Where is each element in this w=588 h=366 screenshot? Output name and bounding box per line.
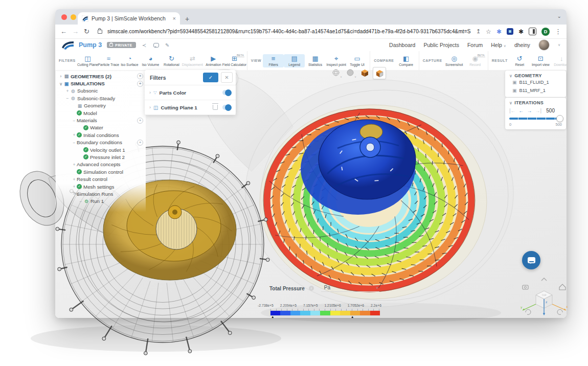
geometry-panel-header[interactable]: ∨ GEOMETRY (509, 73, 562, 78)
nav-forum[interactable]: Forum (467, 42, 483, 48)
privacy-badge[interactable]: PRIVATE (107, 42, 136, 48)
render-mode-surface-button[interactable]: ∨ (344, 67, 356, 78)
toolbar-item-filters[interactable]: ≡Filters (263, 54, 284, 67)
tree-item-geometries-2[interactable]: ›▤GEOMETRIES (2)+ (56, 73, 146, 80)
camera-view-icon[interactable] (523, 285, 528, 289)
toolbar-item-toggle-ui[interactable]: ▭Toggle UI (347, 54, 368, 67)
iterations-panel-header[interactable]: ∨ ITERATIONS (509, 100, 562, 105)
tree-item-pressure-inlet-2[interactable]: ✓Pressure inlet 2 (56, 153, 146, 161)
nav-help[interactable]: Help ∨ (491, 42, 506, 48)
bookmark-star-icon[interactable]: ☆ (486, 28, 491, 35)
toolbar-item-reset[interactable]: ↺Reset (509, 54, 530, 67)
expand-chevron-icon[interactable]: › (149, 90, 151, 95)
tree-item-run-1[interactable]: −⚙Run 1 (56, 198, 146, 205)
tree-expander-icon[interactable]: − (72, 118, 77, 123)
visibility-toggle[interactable] (222, 90, 231, 95)
browser-profile-avatar[interactable]: D (541, 28, 550, 36)
tree-expander-icon[interactable]: − (78, 199, 83, 204)
next-iteration-button[interactable]: → (527, 108, 532, 113)
https-lock-icon[interactable] (98, 30, 102, 34)
share-project-icon[interactable]: ≺ (142, 42, 146, 48)
tree-item-mesh-settings[interactable]: +✓Mesh settings (56, 183, 146, 190)
browser-tab[interactable]: Pump 3 | SimScale Workbench × (78, 12, 180, 25)
geometry-item-b11-mrf-1[interactable]: ▣B11_MRF_1 (509, 86, 562, 95)
extension-icon-3[interactable]: ✱ (518, 28, 524, 35)
toolbar-item-compare[interactable]: ◧Compare (396, 54, 417, 67)
tree-item-initial-conditions[interactable]: +✓Initial conditions (56, 131, 146, 139)
filters-close-button[interactable]: ✕ (221, 72, 233, 83)
iteration-slider[interactable] (509, 116, 562, 122)
tree-item-model[interactable]: ✓Model (56, 109, 146, 117)
tree-item-advanced-concepts[interactable]: +Advanced concepts (56, 161, 146, 168)
forward-icon[interactable]: → (72, 28, 79, 35)
toolbar-item-legend[interactable]: ▤Legend (284, 54, 305, 67)
tree-expander-icon[interactable]: ∨ (58, 81, 63, 86)
tree-item-simulations[interactable]: ∨▣SIMULATIONS+ (56, 80, 146, 87)
tree-expander-icon[interactable]: − (72, 191, 77, 196)
add-button[interactable]: + (137, 140, 143, 146)
render-mode-cut-button[interactable] (373, 67, 386, 79)
legend-range-marker-min[interactable]: ▲ (271, 315, 274, 318)
toolbar-item-animation[interactable]: ▶Animation (203, 54, 224, 67)
tree-item-subsonic-steady[interactable]: −◍Subsonic-Steady (56, 95, 146, 102)
tree-item-boundary-conditions[interactable]: −Boundary conditions+ (56, 139, 146, 146)
trash-icon[interactable] (213, 105, 218, 110)
close-window-button[interactable] (61, 14, 67, 20)
expand-chevron-icon[interactable]: › (149, 105, 151, 110)
share-page-icon[interactable]: ↥ (476, 28, 481, 35)
tree-item-materials[interactable]: −Materials+ (56, 117, 146, 124)
legend-unit-select[interactable]: Pa ∨ (321, 285, 379, 292)
filter-row-parts-color[interactable]: ›∵Parts Color (145, 85, 236, 100)
tree-expander-icon[interactable]: − (72, 140, 77, 145)
nav-public-projects[interactable]: Public Projects (423, 42, 459, 48)
home-view-icon[interactable] (559, 284, 566, 290)
support-chat-button[interactable] (522, 251, 540, 269)
tab-search-chevron-icon[interactable]: ⌄ (557, 13, 561, 19)
legend-color-bar[interactable] (270, 311, 380, 315)
back-icon[interactable]: ← (60, 28, 67, 35)
geometry-item-b11-fluid-1[interactable]: ▣B11_FLUID_1 (509, 78, 562, 86)
add-button[interactable]: + (137, 118, 143, 124)
rotate-right-icon[interactable] (557, 309, 562, 314)
filter-row-cutting-plane-1[interactable]: ›◫Cutting Plane 1 (145, 100, 236, 115)
sidebar-icon[interactable] (529, 28, 536, 35)
slider-handle[interactable] (556, 115, 563, 122)
toolbar-item-field-calculator[interactable]: BETA⊞Field Calculator (224, 54, 245, 67)
tree-expander-icon[interactable]: + (65, 88, 70, 94)
tree-expander-icon[interactable]: − (65, 96, 70, 101)
visibility-toggle[interactable] (222, 105, 231, 110)
tree-item-geometry[interactable]: ▦Geometry (56, 102, 146, 109)
comments-icon[interactable] (153, 43, 159, 48)
add-button[interactable]: + (137, 81, 143, 87)
tree-item-water[interactable]: ✓Water (56, 124, 146, 131)
filters-apply-button[interactable]: ✓ (203, 73, 218, 82)
extension-icon-1[interactable]: ✱ (496, 28, 502, 35)
slider-track[interactable] (509, 118, 562, 120)
edit-title-icon[interactable]: ✎ (165, 42, 169, 48)
reload-icon[interactable]: ↻ (84, 28, 89, 35)
extension-icon-2[interactable] (507, 28, 513, 35)
render-mode-solid-button[interactable] (358, 67, 371, 78)
tree-expander-icon[interactable]: + (72, 184, 77, 189)
url-text[interactable]: simscale.com/workbench/?pid=593448554258… (107, 29, 471, 34)
toolbar-item-iso-surface[interactable]: ◔Iso Surface (119, 54, 140, 67)
minimize-window-button[interactable] (71, 14, 76, 20)
info-icon[interactable]: i (309, 286, 314, 291)
tree-item-simulation-runs[interactable]: −Simulation Runs (56, 190, 146, 197)
tree-item-subsonic[interactable]: +◍Subsonic (56, 87, 146, 95)
user-avatar[interactable] (538, 39, 550, 51)
tree-expander-icon[interactable]: › (58, 74, 63, 79)
toolbar-item-iso-volume[interactable]: ◕Iso Volume (140, 54, 161, 67)
toolbar-item-particle-trace[interactable]: ≈Particle Trace (98, 54, 119, 67)
render-mode-wireframe-button[interactable]: ∨ (330, 67, 342, 78)
tree-item-result-control[interactable]: +Result control (56, 175, 146, 182)
tree-expander-icon[interactable]: + (72, 162, 77, 167)
user-menu-chevron-icon[interactable]: ∨ (558, 43, 560, 47)
last-iteration-button[interactable]: →| (535, 108, 542, 113)
nav-dashboard[interactable]: Dashboard (389, 42, 415, 48)
first-iteration-button[interactable]: |← (509, 108, 516, 113)
toolbar-item-rotational[interactable]: ↻Rotational (161, 54, 182, 67)
new-tab-button[interactable]: + (185, 15, 189, 23)
pan-up-icon[interactable] (541, 278, 547, 281)
tree-item-velocity-outlet-1[interactable]: ✓Velocity outlet 1 (56, 146, 146, 153)
